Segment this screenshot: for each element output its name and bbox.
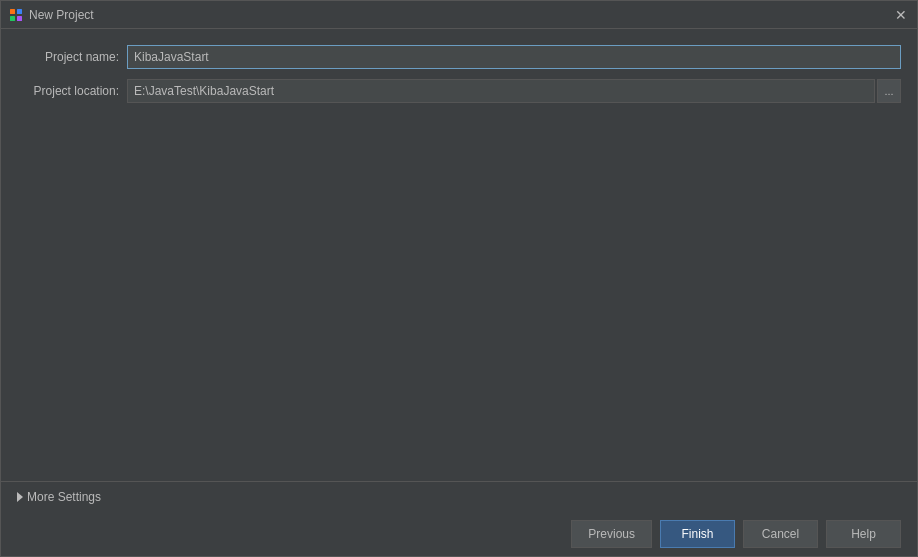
dialog-content: Project name: Project location: ...	[1, 29, 917, 481]
cancel-button[interactable]: Cancel	[743, 520, 818, 548]
title-bar: New Project ✕	[1, 1, 917, 29]
svg-rect-1	[17, 9, 22, 14]
title-bar-left: New Project	[9, 8, 94, 22]
browse-button[interactable]: ...	[877, 79, 901, 103]
project-location-row: Project location: ...	[17, 79, 901, 103]
svg-rect-0	[10, 9, 15, 14]
more-settings-toggle[interactable]: More Settings	[17, 490, 101, 504]
button-bar: Previous Finish Cancel Help	[1, 512, 917, 556]
project-location-input[interactable]	[127, 79, 875, 103]
help-button[interactable]: Help	[826, 520, 901, 548]
dialog-title: New Project	[29, 8, 94, 22]
expand-icon	[17, 492, 23, 502]
finish-button[interactable]: Finish	[660, 520, 735, 548]
svg-rect-3	[17, 16, 22, 21]
close-button[interactable]: ✕	[893, 7, 909, 23]
app-icon	[9, 8, 23, 22]
more-settings-bar: More Settings	[1, 481, 917, 512]
project-location-label: Project location:	[17, 84, 127, 98]
more-settings-label: More Settings	[27, 490, 101, 504]
new-project-dialog: New Project ✕ Project name: Project loca…	[0, 0, 918, 557]
project-name-input[interactable]	[127, 45, 901, 69]
content-spacer	[17, 113, 901, 481]
project-name-row: Project name:	[17, 45, 901, 69]
project-name-label: Project name:	[17, 50, 127, 64]
previous-button[interactable]: Previous	[571, 520, 652, 548]
svg-rect-2	[10, 16, 15, 21]
